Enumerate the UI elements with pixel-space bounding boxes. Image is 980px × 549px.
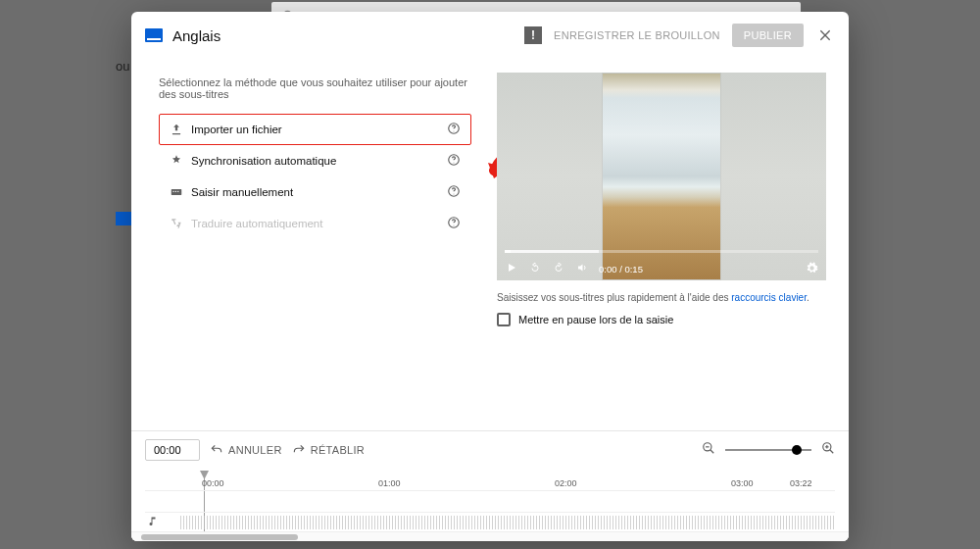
help-icon[interactable]: [447, 184, 461, 200]
forward-button[interactable]: [552, 261, 565, 274]
svg-line-17: [710, 450, 714, 454]
subtitles-icon: [145, 28, 163, 42]
svg-rect-9: [173, 191, 174, 192]
shortcut-link[interactable]: raccourcis clavier: [731, 292, 807, 303]
video-time: 0:00 / 0:15: [599, 264, 643, 274]
close-button[interactable]: [815, 25, 835, 45]
tick-label: 00:00: [202, 478, 224, 488]
zoom-slider[interactable]: [725, 449, 811, 451]
volume-button[interactable]: [575, 261, 589, 274]
rewind-button[interactable]: [528, 261, 542, 274]
help-icon[interactable]: [447, 153, 461, 169]
timeline[interactable]: 00:00 01:00 02:00 03:00 03:22: [131, 469, 849, 531]
svg-point-5: [454, 130, 455, 131]
svg-point-15: [454, 225, 455, 225]
dialog-title: Anglais: [172, 27, 524, 44]
tick-label: 01:00: [378, 478, 401, 488]
shortcut-hint: Saisissez vos sous-titres plus rapidemen…: [497, 292, 833, 303]
pause-label: Mettre en pause lors de la saisie: [518, 314, 673, 325]
subtitles-dialog: Anglais ! ENREGISTRER LE BROUILLON PUBLI…: [131, 12, 849, 541]
method-manual-label: Saisir manuellement: [191, 186, 447, 198]
audio-track[interactable]: [145, 512, 835, 531]
publish-button[interactable]: PUBLIER: [732, 24, 804, 47]
svg-rect-10: [175, 191, 176, 192]
zoom-in-button[interactable]: [821, 441, 835, 459]
settings-gear-icon[interactable]: [805, 261, 818, 274]
video-preview[interactable]: 0:00 / 0:15: [497, 73, 826, 280]
music-note-icon: [147, 514, 159, 531]
translate-icon: [170, 217, 191, 230]
waveform: [180, 516, 835, 529]
tick-label: 03:00: [731, 478, 754, 488]
timeline-ruler[interactable]: 00:00 01:00 02:00 03:00 03:22: [145, 473, 835, 490]
dialog-header: Anglais ! ENREGISTRER LE BROUILLON PUBLI…: [131, 12, 849, 59]
tick-label: 02:00: [555, 478, 577, 488]
svg-point-13: [454, 193, 455, 194]
redo-button[interactable]: RÉTABLIR: [292, 443, 365, 457]
svg-line-20: [830, 450, 834, 454]
close-icon: [817, 27, 833, 43]
method-upload-label: Importer un fichier: [191, 124, 447, 135]
method-auto-sync[interactable]: Synchronisation automatique: [159, 145, 471, 176]
timestamp-input[interactable]: [145, 439, 200, 461]
zoom-out-button[interactable]: [702, 441, 715, 459]
cc-track-icon: [147, 495, 165, 509]
play-button[interactable]: [505, 261, 518, 274]
method-upload-file[interactable]: Importer un fichier: [159, 114, 471, 145]
help-icon[interactable]: [447, 216, 461, 231]
method-autotranslate-label: Traduire automatiquement: [191, 218, 447, 229]
keyboard-icon: [170, 185, 191, 199]
undo-icon: [210, 443, 223, 457]
checkbox-icon[interactable]: [497, 313, 511, 326]
method-type-manually[interactable]: Saisir manuellement: [159, 176, 471, 208]
svg-rect-11: [177, 191, 178, 192]
method-auto-translate: Traduire automatiquement: [159, 208, 471, 239]
undo-button[interactable]: ANNULER: [210, 443, 282, 457]
save-draft-label[interactable]: ENREGISTRER LE BROUILLON: [554, 29, 720, 41]
scrollbar-thumb[interactable]: [141, 534, 298, 540]
method-autosync-label: Synchronisation automatique: [191, 155, 447, 167]
method-intro: Sélectionnez la méthode que vous souhait…: [159, 76, 471, 100]
upload-icon: [170, 123, 191, 136]
help-icon[interactable]: [447, 122, 461, 137]
background-text-stub: ou: [116, 59, 127, 78]
tick-label: 03:22: [790, 478, 812, 488]
pause-while-typing[interactable]: Mettre en pause lors de la saisie: [497, 313, 833, 326]
svg-point-7: [454, 162, 455, 163]
autosync-icon: [170, 154, 191, 168]
horizontal-scrollbar[interactable]: [131, 531, 849, 541]
subtitle-track[interactable]: [145, 490, 835, 512]
redo-icon: [292, 443, 306, 457]
feedback-icon[interactable]: !: [524, 26, 542, 44]
